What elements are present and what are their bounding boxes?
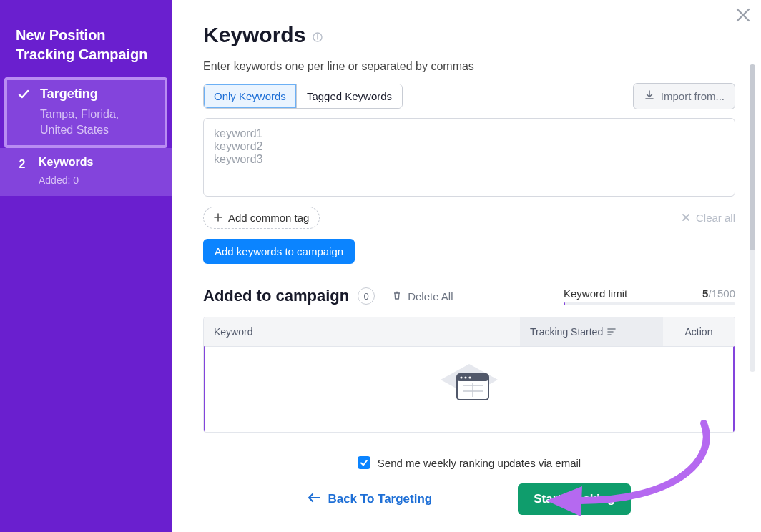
col-action: Action [663,317,735,346]
scrollbar[interactable] [750,64,755,372]
svg-point-2 [317,34,318,36]
weekly-updates-label: Send me weekly ranking updates via email [378,457,581,469]
page-title-text: Keywords [203,23,305,47]
add-keywords-button[interactable]: Add keywords to campaign [203,239,355,264]
step-number: 2 [19,158,26,171]
col-tracking-label: Tracking Started [530,326,603,338]
keywords-table: Keyword Tracking Started Action [203,317,735,433]
step-sublabel: Added: 0 [39,174,156,187]
page-title: Keywords [203,23,735,47]
download-icon [644,89,655,103]
wizard-sidebar: New Position Tracking Campaign Targeting… [0,0,172,532]
keyword-mode-toggle: Only Keywords Tagged Keywords [203,84,403,109]
footer: Send me weekly ranking updates via email… [172,443,761,532]
keyword-limit: Keyword limit 5/1500 [564,287,735,305]
step-label: Keywords [39,155,156,170]
close-icon[interactable] [735,7,751,26]
step-keywords[interactable]: 2 Keywords Added: 0 [0,148,172,197]
table-header: Keyword Tracking Started Action [204,317,735,346]
main-content: Keywords Enter keywords one per line or … [172,0,761,443]
svg-point-8 [468,376,471,378]
empty-state-icon [437,361,501,418]
limit-max: /1500 [708,287,735,300]
plus-icon [214,212,222,224]
add-common-tag-button[interactable]: Add common tag [203,207,320,229]
clear-all-label: Clear all [696,212,735,224]
trash-icon [392,290,402,302]
sidebar-title: New Position Tracking Campaign [0,26,172,77]
delete-all-label: Delete All [408,290,453,302]
weekly-updates-checkbox[interactable] [358,456,370,469]
svg-rect-1 [318,36,319,40]
svg-point-6 [460,376,462,378]
back-to-targeting-button[interactable]: Back To Targeting [308,492,432,506]
clear-all-button[interactable]: Clear all [682,212,735,224]
delete-all-button[interactable]: Delete All [392,290,453,302]
added-count-badge: 0 [358,287,375,305]
step-sublabel: Tampa, Florida, United States [40,107,154,137]
step-targeting[interactable]: Targeting Tampa, Florida, United States [4,77,167,148]
start-tracking-button[interactable]: Start Tracking [518,483,630,515]
sort-icon [607,326,616,338]
table-body-empty [204,346,735,432]
arrow-left-icon [308,492,320,506]
only-keywords-tab[interactable]: Only Keywords [204,84,296,108]
back-label: Back To Targeting [328,492,432,506]
x-icon [682,212,690,224]
info-icon[interactable] [313,23,323,47]
import-label: Import from... [661,90,725,102]
tagged-keywords-tab[interactable]: Tagged Keywords [296,84,402,108]
import-button[interactable]: Import from... [633,83,735,109]
svg-point-7 [464,376,466,378]
keywords-textarea[interactable] [203,118,735,197]
check-icon [17,86,30,100]
col-tracking-started[interactable]: Tracking Started [520,317,663,346]
add-tag-label: Add common tag [228,212,309,224]
step-label: Targeting [40,86,154,102]
limit-label: Keyword limit [564,287,627,300]
added-title: Added to campaign [203,287,349,305]
hint-text: Enter keywords one per line or separated… [203,60,735,73]
col-keyword[interactable]: Keyword [204,317,520,346]
